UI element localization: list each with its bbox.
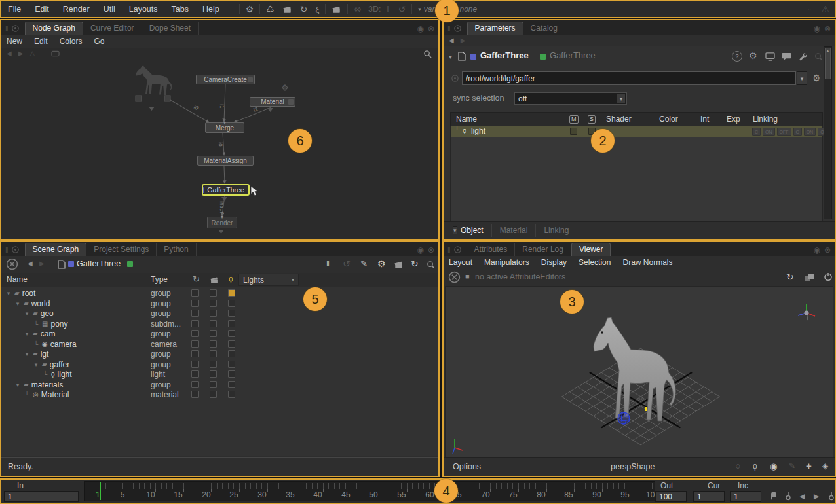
node-cameracreate[interactable]: CameraCreate bbox=[196, 75, 255, 84]
tab-catalog[interactable]: Catalog bbox=[523, 22, 565, 35]
col-header-type[interactable]: Type bbox=[151, 275, 168, 284]
variables-dropdown-icon[interactable]: ▾ bbox=[418, 7, 421, 12]
tab-node-graph[interactable]: Node Graph bbox=[25, 22, 83, 35]
warning-icon[interactable]: ⚠ bbox=[821, 5, 829, 14]
menu-item[interactable]: Manipulators bbox=[484, 258, 529, 267]
tab-linking[interactable]: Linking bbox=[536, 224, 577, 237]
viewport-3d[interactable] bbox=[445, 286, 833, 458]
clapper-icon[interactable] bbox=[394, 260, 404, 270]
col-header-exp[interactable]: Exp bbox=[727, 115, 740, 124]
search-icon[interactable] bbox=[423, 50, 432, 58]
menu-item[interactable]: Util bbox=[104, 5, 115, 14]
layers-icon[interactable] bbox=[804, 273, 814, 282]
scene-graph-row[interactable]: ▾ ▰ root group bbox=[1, 287, 438, 298]
in-frame-input[interactable]: 1 bbox=[4, 491, 79, 502]
tab-viewer[interactable]: Viewer bbox=[571, 243, 611, 256]
menu-item[interactable]: Edit bbox=[34, 37, 48, 46]
scene-graph-row[interactable]: ▾ ▰ cam group bbox=[1, 328, 438, 338]
tab-object[interactable]: Object bbox=[453, 224, 492, 237]
scene-graph-row[interactable]: ▾ ▰ gaffer group bbox=[1, 359, 438, 369]
menu-item[interactable]: Selection bbox=[579, 258, 611, 267]
node-material[interactable]: Material bbox=[250, 97, 295, 107]
search-icon[interactable] bbox=[427, 261, 435, 269]
clear-icon[interactable] bbox=[448, 271, 461, 283]
scroll-down-button[interactable]: ▾ bbox=[453, 226, 457, 234]
menu-item[interactable]: New bbox=[7, 37, 22, 46]
recycle-icon[interactable]: ♺ bbox=[266, 5, 275, 14]
menu-item[interactable]: Display bbox=[541, 258, 567, 267]
gear-icon[interactable]: ⚙ bbox=[749, 51, 757, 60]
node-icon[interactable] bbox=[51, 50, 60, 57]
options-menu[interactable]: Options bbox=[453, 462, 481, 471]
current-frame-input[interactable]: 1 bbox=[693, 491, 725, 502]
col-header-shader[interactable]: Shader bbox=[606, 115, 632, 124]
gear-icon[interactable]: ⚙ bbox=[377, 259, 386, 268]
step-forward-icon[interactable]: ▶ bbox=[814, 493, 819, 500]
tab-python[interactable]: Python bbox=[157, 243, 196, 256]
tab-dope-sheet[interactable]: Dope Sheet bbox=[142, 22, 199, 35]
node-gafferthree[interactable]: GafferThree bbox=[202, 184, 250, 196]
tree-expander-icon[interactable]: ▾ bbox=[14, 300, 21, 307]
menu-item[interactable]: Edit bbox=[35, 5, 49, 14]
nav-up-icon[interactable]: △ bbox=[29, 50, 35, 57]
tab-scene-graph[interactable]: Scene Graph bbox=[25, 243, 87, 256]
tree-expander-icon[interactable]: ▾ bbox=[24, 351, 30, 357]
aperture-icon[interactable]: ◉ bbox=[770, 462, 777, 471]
wrench-icon[interactable] bbox=[798, 52, 807, 61]
node-port[interactable] bbox=[288, 99, 294, 105]
menu-item[interactable]: Tabs bbox=[172, 5, 189, 14]
tree-name-cell[interactable]: ▾ ▰ world bbox=[1, 299, 151, 308]
node-view-flag[interactable] bbox=[470, 54, 476, 60]
scene-graph-row[interactable]: └ ϙ light light bbox=[1, 369, 438, 379]
node-view-flag[interactable] bbox=[203, 187, 204, 193]
expander-icon[interactable]: ▾ bbox=[449, 54, 452, 60]
lights-working-set-select[interactable]: Lights ▾ bbox=[238, 274, 299, 286]
menu-item[interactable]: Draw Normals bbox=[622, 258, 672, 267]
menu-item[interactable]: Layouts bbox=[129, 5, 158, 14]
tree-name-cell[interactable]: ▾ ▰ root bbox=[1, 289, 151, 298]
nav-back-icon[interactable]: ◀ bbox=[28, 261, 33, 267]
next-keyframe-icon[interactable] bbox=[827, 492, 836, 501]
comment-icon[interactable] bbox=[782, 52, 791, 61]
tree-expander-icon[interactable]: └ bbox=[33, 341, 39, 348]
panel-drag-handle[interactable]: ‖ bbox=[5, 246, 9, 254]
tree-name-cell[interactable]: └ ϙ light bbox=[1, 370, 151, 379]
menu-item[interactable]: Layout bbox=[449, 258, 472, 267]
tab-attributes[interactable]: Attributes bbox=[467, 243, 516, 256]
col-header-color[interactable]: Color bbox=[659, 115, 678, 124]
node-merge[interactable]: ▼ Merge bbox=[205, 122, 244, 133]
tree-expander-icon[interactable]: ▾ bbox=[24, 310, 30, 317]
scene-graph-row[interactable]: ▾ ▰ geo group bbox=[1, 308, 438, 318]
tree-expander-icon[interactable]: └ bbox=[24, 391, 30, 398]
node-graph-canvas[interactable]: i0 i1 i2 i0 input s CameraCreate bbox=[1, 60, 438, 239]
menu-item[interactable]: Help bbox=[202, 5, 219, 14]
panel-maximize-icon[interactable]: ◉ bbox=[417, 25, 423, 33]
node-edit-flag[interactable] bbox=[540, 54, 546, 60]
tree-name-cell[interactable]: ▾ ▰ lgt bbox=[1, 350, 151, 359]
col-header-lights-icon[interactable]: ϙ bbox=[229, 275, 233, 283]
viewer-camera-label[interactable]: perspShape bbox=[611, 462, 655, 471]
sync-selection-select[interactable]: off bbox=[514, 92, 627, 105]
node-materialassign[interactable]: MaterialAssign bbox=[197, 156, 254, 166]
panel-close-icon[interactable]: ⊗ bbox=[428, 246, 434, 254]
settings-gear-icon[interactable]: ⚙ bbox=[246, 5, 254, 14]
col-header-clapper-icon[interactable] bbox=[210, 276, 219, 285]
panel-maximize-icon[interactable]: ◉ bbox=[813, 25, 820, 33]
linking-button[interactable]: ON bbox=[804, 128, 816, 136]
panel-drag-handle[interactable]: ‖ bbox=[447, 25, 451, 33]
linking-button[interactable]: ON bbox=[763, 128, 775, 136]
scene-graph-row[interactable]: ▾ ▰ lgt group bbox=[1, 348, 438, 359]
scene-graph-row[interactable]: └ ▦ pony subdm... bbox=[1, 318, 438, 329]
pencil-icon[interactable]: ✎ bbox=[360, 259, 368, 268]
sync-selection-dropdown[interactable]: ▾ bbox=[617, 94, 626, 103]
col-header-linking[interactable]: Linking bbox=[753, 115, 778, 124]
tree-name-cell[interactable]: └ ◉ camera bbox=[1, 340, 151, 349]
render-clapper-icon[interactable] bbox=[282, 5, 292, 14]
gaffer-root-path-input[interactable]: /root/world/lgt/gaffer bbox=[462, 71, 796, 85]
col-header-int[interactable]: Int bbox=[700, 115, 709, 124]
mute-checkbox[interactable] bbox=[570, 128, 577, 135]
light-toggle-icon[interactable]: ϙ bbox=[753, 462, 757, 470]
menu-item[interactable]: Colors bbox=[60, 37, 83, 46]
tree-expander-icon[interactable]: └ bbox=[33, 321, 39, 327]
panel-pin-icon[interactable] bbox=[453, 245, 462, 254]
